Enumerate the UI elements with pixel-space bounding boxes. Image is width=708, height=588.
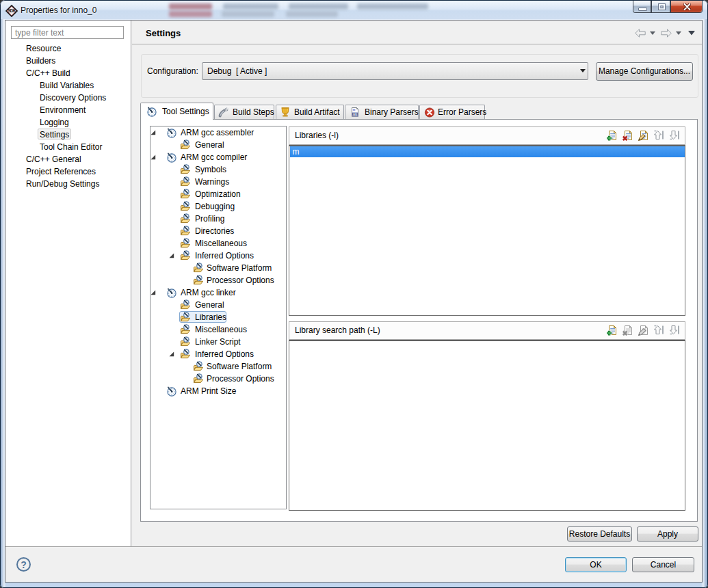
- svg-text:SDK: SDK: [8, 8, 16, 13]
